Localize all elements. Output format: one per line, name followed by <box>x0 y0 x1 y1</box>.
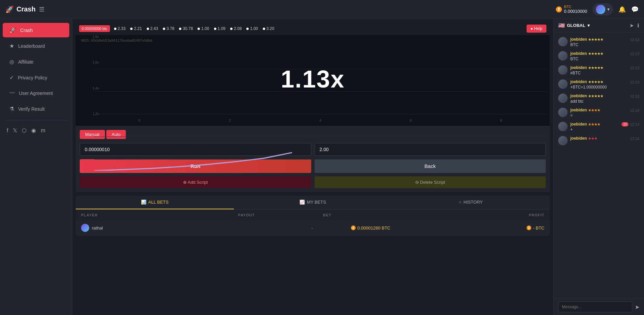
bet-value: 0.00001280 BTC <box>357 225 390 231</box>
message-content: joebiden ★★★★★ +BTC=1.000000000 <box>570 79 627 90</box>
username-text: joebiden <box>570 37 587 42</box>
x-8: 8 <box>500 119 502 123</box>
avatar <box>558 94 568 103</box>
header-right: ₿ BTC 0.00010000 ▾ 🔔 💬 <box>556 3 639 15</box>
history-label: HISTORY <box>463 200 482 205</box>
username-text: joebiden <box>570 65 587 70</box>
message-username: joebiden ★★★★★ <box>570 79 627 84</box>
sidebar-item-agreement[interactable]: 〰 User Agreement <box>3 86 69 100</box>
message-text: BTC <box>570 42 627 47</box>
chat-message: joebiden ★★★★★ #BTC 12:13 <box>553 63 644 77</box>
dot-1 <box>114 28 116 30</box>
sidebar-item-crash[interactable]: 🚀 Crash <box>3 23 69 37</box>
crash-num-10: 3.20 <box>263 26 274 31</box>
bets-table-header: PLAYER PAYOUT BET PROFIT <box>76 210 550 220</box>
tab-history[interactable]: ○ HISTORY <box>392 196 550 209</box>
chat-send-button[interactable]: ➤ <box>635 304 639 310</box>
crash-num-7: 1.09 <box>214 26 225 31</box>
bell-icon[interactable]: 🔔 <box>618 6 626 13</box>
username-text: joebiden <box>570 108 587 112</box>
profit-header: PROFIT <box>400 213 544 217</box>
affiliate-icon: ◎ <box>9 59 14 65</box>
username-text: joebiden <box>570 51 587 56</box>
chat-toggle-icon[interactable]: 💬 <box>631 6 639 13</box>
instagram-icon[interactable]: ◉ <box>31 127 36 134</box>
star-rating: ★★★★★ <box>588 80 603 84</box>
chat-message: joebiden ★★★★ + 10 12:14 <box>553 120 644 134</box>
sidebar-label-leaderboard: Leaderboard <box>18 43 45 49</box>
message-time: 12:13 <box>630 37 639 42</box>
sidebar-item-verify[interactable]: ⚗ Verify Result <box>3 102 69 116</box>
message-username: joebiden ★★★★ <box>570 122 617 127</box>
payout-header: PAYOUT <box>178 213 255 217</box>
crash-num-1: 2.33 <box>114 26 126 31</box>
linechart-icon: 📈 <box>299 200 305 205</box>
x-6: 6 <box>410 119 412 123</box>
chevron-down-icon: ▾ <box>587 23 590 28</box>
player-cell: rathal <box>81 224 197 232</box>
message-content: joebiden ★★★ <box>570 136 627 141</box>
medium-icon[interactable]: m <box>41 128 45 134</box>
global-label: GLOBAL <box>567 23 585 28</box>
add-script-button[interactable]: ⊕ Add Script <box>80 176 311 188</box>
dot-3 <box>147 28 149 30</box>
dot-7 <box>214 28 216 30</box>
avatar <box>596 5 605 14</box>
sidebar-label-affiliate: Affiliate <box>18 59 34 65</box>
bet-header: BET <box>255 213 399 217</box>
message-content: joebiden ★★★★ + <box>570 122 617 132</box>
message-time: 12:14 <box>630 108 639 112</box>
star-rating: ★★★★★ <box>588 94 603 98</box>
menu-icon[interactable]: ☰ <box>39 6 44 13</box>
x-0: 0 <box>139 119 141 123</box>
flag-icon: 🇺🇸 <box>558 22 565 29</box>
message-time: 12:14 <box>630 136 639 141</box>
tab-all-bets[interactable]: 📊 ALL BETS <box>76 196 234 209</box>
paper-plane-icon[interactable]: ➤ <box>630 23 634 29</box>
help-button[interactable]: ● Help <box>527 25 546 33</box>
username-text: joebiden <box>570 94 587 98</box>
tab-my-bets[interactable]: 📈 MY BETS <box>234 196 392 209</box>
crash-history-list: 2.33 2.21 2.43 3.78 30.78 1.00 1.09 2.08… <box>114 26 527 31</box>
btc-bet-badge: 0.00000000 btc <box>79 25 110 32</box>
info-icon[interactable]: ℹ <box>637 23 639 29</box>
discord-icon[interactable]: ⬡ <box>22 127 27 134</box>
twitter-icon[interactable]: 𝕏 <box>13 127 17 134</box>
message-username: joebiden ★★★ <box>570 136 627 141</box>
avatar <box>558 108 568 117</box>
username-text: joebiden <box>570 79 587 84</box>
star-rating: ★★★★★ <box>588 52 603 56</box>
main-layout: 🚀 Crash ★ Leaderboard ◎ Affiliate ✓ Priv… <box>0 19 644 315</box>
chat-message: joebiden ★★★ 12:14 <box>553 134 644 147</box>
message-username: joebiden ★★★★★ <box>570 51 627 56</box>
message-text: + <box>570 127 617 132</box>
rocket-icon: 🚀 <box>9 27 16 33</box>
sidebar: 🚀 Crash ★ Leaderboard ◎ Affiliate ✓ Priv… <box>0 19 72 315</box>
chat-header-icons: ➤ ℹ <box>630 23 639 29</box>
sidebar-divider <box>5 120 67 120</box>
x-2: 2 <box>229 119 231 123</box>
facebook-icon[interactable]: f <box>7 128 8 134</box>
sidebar-label-agreement: User Agreement <box>19 91 53 96</box>
sidebar-item-affiliate[interactable]: ◎ Affiliate <box>3 55 69 69</box>
message-content: joebiden ★★★★ = <box>570 108 627 118</box>
player-name: rathal <box>92 225 103 231</box>
profit-cell: ₿ - BTC <box>429 225 544 231</box>
star-icon: ★ <box>9 43 14 49</box>
message-time: 12:13 <box>630 94 639 98</box>
crash-graph: MD5: 60cb8eb53a94117bceba65497e0dbd 1.8x… <box>76 35 550 126</box>
sidebar-item-leaderboard[interactable]: ★ Leaderboard <box>3 39 69 53</box>
payout-cell: - <box>197 225 313 231</box>
chat-message-input[interactable] <box>558 302 632 312</box>
user-menu-button[interactable]: ▾ <box>593 3 613 15</box>
message-username: joebiden ★★★★ <box>570 108 627 112</box>
sidebar-item-privacy[interactable]: ✓ Privacy Policy <box>3 70 69 85</box>
profit-value: - BTC <box>533 225 544 231</box>
delete-script-button[interactable]: ⊖ Delete Script <box>315 176 546 188</box>
chat-global-selector[interactable]: 🇺🇸 GLOBAL ▾ <box>558 22 590 29</box>
star-rating: ★★★★★ <box>588 38 603 41</box>
my-bets-label: MY BETS <box>307 200 326 205</box>
username-text: joebiden <box>570 136 587 141</box>
message-time: 12:13 <box>630 51 639 56</box>
chat-header: 🇺🇸 GLOBAL ▾ ➤ ℹ <box>553 19 644 32</box>
